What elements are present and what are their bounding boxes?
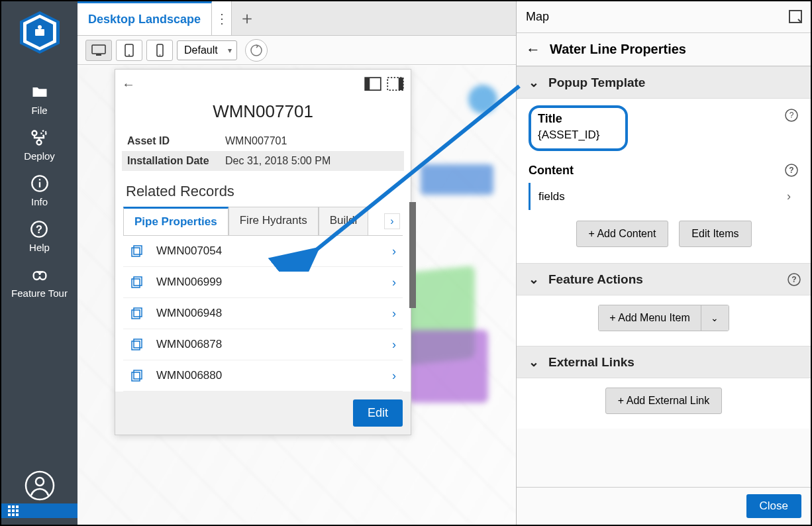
- svg-point-4: [38, 25, 42, 29]
- close-button[interactable]: Close: [746, 494, 801, 518]
- svg-rect-23: [365, 78, 370, 90]
- nav-deploy-label: Deploy: [24, 150, 55, 162]
- popout-icon[interactable]: [788, 9, 803, 24]
- add-menu-item-combo: + Add Menu Item ⌄: [598, 305, 729, 331]
- svg-rect-34: [132, 372, 140, 381]
- properties-panel: Map ← Water Line Properties ⌄ Popup Temp…: [516, 1, 811, 525]
- related-item[interactable]: WMN006878›: [123, 329, 403, 360]
- dock-right-icon[interactable]: [387, 77, 404, 91]
- feature-popup: ← WMN007701 Asset ID WMN007701 Installat…: [115, 69, 411, 435]
- nav-deploy[interactable]: Deploy: [24, 128, 55, 162]
- content-label: Content: [529, 164, 574, 178]
- nav-file[interactable]: File: [30, 82, 50, 116]
- section-popup-template[interactable]: ⌄ Popup Template: [517, 66, 811, 99]
- section-label: External Links: [548, 355, 634, 370]
- related-tabs: Pipe Properties Fire Hydrants Buildi: [123, 207, 403, 235]
- nav-info-label: Info: [31, 196, 48, 207]
- svg-point-20: [159, 54, 160, 56]
- device-preset-select-wrap: Default: [177, 40, 237, 60]
- help-icon[interactable]: ?: [787, 272, 801, 287]
- info-icon: [30, 174, 50, 193]
- nav-help-label: Help: [29, 242, 50, 253]
- popup-scrollbar[interactable]: [409, 202, 416, 308]
- app-sidebar: File Deploy Info ? Help Feature Tour: [1, 1, 77, 525]
- device-preset-select[interactable]: Default: [177, 40, 237, 60]
- records-icon: [130, 337, 144, 352]
- svg-rect-33: [134, 339, 142, 348]
- folder-icon: [30, 82, 50, 102]
- title-field-label: Title: [538, 112, 619, 126]
- related-item[interactable]: WMN006948›: [123, 298, 403, 329]
- content-fields-row[interactable]: fields ›: [529, 183, 799, 210]
- edit-button[interactable]: Edit: [353, 399, 403, 427]
- tabs-scroll-right[interactable]: ›: [384, 213, 400, 229]
- nav-file-label: File: [31, 105, 47, 116]
- records-icon: [130, 368, 144, 383]
- section-external-links[interactable]: ⌄ External Links: [517, 346, 811, 378]
- chevron-right-icon: ›: [787, 189, 791, 203]
- apps-grid-icon: [8, 505, 19, 516]
- user-avatar[interactable]: [25, 470, 55, 503]
- svg-rect-27: [134, 246, 142, 254]
- svg-rect-16: [96, 54, 101, 56]
- records-icon: [130, 275, 144, 289]
- svg-rect-9: [38, 182, 40, 187]
- svg-text:?: ?: [36, 223, 42, 235]
- panel-back-button[interactable]: ←: [526, 41, 540, 58]
- svg-point-14: [36, 478, 44, 486]
- related-item-label: WMN007054: [156, 244, 392, 258]
- add-menu-item-button[interactable]: + Add Menu Item: [599, 305, 700, 331]
- svg-rect-31: [134, 308, 142, 317]
- svg-text:?: ?: [789, 111, 794, 120]
- chevron-down-icon: ⌄: [527, 272, 540, 287]
- related-item-label: WMN006878: [156, 338, 392, 351]
- tab-pipe-properties[interactable]: Pipe Properties: [123, 207, 228, 235]
- svg-point-6: [42, 131, 46, 136]
- binoculars-icon: [30, 265, 50, 285]
- related-item[interactable]: WMN006999›: [123, 267, 403, 298]
- related-item[interactable]: WMN007054›: [123, 236, 403, 267]
- add-menu-item-dropdown[interactable]: ⌄: [701, 305, 729, 331]
- add-tab-button[interactable]: ＋: [232, 1, 262, 35]
- help-icon[interactable]: ?: [784, 163, 799, 178]
- svg-rect-30: [132, 310, 140, 319]
- chevron-down-icon: ⌄: [527, 75, 540, 90]
- tab-menu-button[interactable]: ⋮: [212, 1, 232, 35]
- device-tablet-button[interactable]: [116, 40, 142, 61]
- svg-point-18: [128, 54, 130, 56]
- device-desktop-button[interactable]: [85, 40, 112, 61]
- help-icon[interactable]: ?: [784, 108, 799, 123]
- rotate-button[interactable]: [245, 39, 268, 62]
- svg-rect-3: [35, 29, 44, 36]
- records-icon: [130, 306, 144, 321]
- chevron-right-icon: ›: [392, 244, 396, 258]
- nav-info[interactable]: Info: [30, 174, 50, 207]
- dock-left-icon[interactable]: [364, 77, 381, 91]
- nav-help[interactable]: ? Help: [29, 219, 50, 253]
- map-canvas[interactable]: ← WMN007701 Asset ID WMN007701 Installat…: [77, 65, 516, 525]
- tab-buildings[interactable]: Buildi: [319, 207, 369, 235]
- tab-desktop-landscape[interactable]: Desktop Landscape: [77, 1, 212, 35]
- panel-map-label: Map: [526, 10, 549, 24]
- section-feature-actions[interactable]: ⌄ Feature Actions ?: [517, 263, 811, 295]
- tab-label: Desktop Landscape: [88, 13, 201, 26]
- add-external-link-button[interactable]: + Add External Link: [605, 388, 722, 414]
- related-records-heading: Related Records: [126, 183, 400, 200]
- edit-items-button[interactable]: Edit Items: [679, 221, 751, 247]
- add-content-button[interactable]: + Add Content: [576, 221, 669, 247]
- related-list: WMN007054› WMN006999› WMN006948› WMN0068…: [123, 236, 403, 392]
- app-launcher-bar[interactable]: [1, 503, 77, 518]
- tab-fire-hydrants[interactable]: Fire Hydrants: [228, 207, 319, 235]
- device-phone-button[interactable]: [146, 40, 173, 61]
- panel-subtitle: Water Line Properties: [550, 42, 686, 57]
- svg-text:?: ?: [791, 275, 796, 284]
- svg-point-7: [37, 140, 42, 145]
- related-item-label: WMN006948: [156, 307, 392, 320]
- content-row-label: fields: [538, 190, 565, 203]
- deploy-icon: [29, 128, 49, 148]
- field-value: WMN007701: [225, 135, 287, 147]
- related-item[interactable]: WMN006880›: [123, 360, 403, 392]
- nav-feature-tour[interactable]: Feature Tour: [11, 265, 68, 299]
- popup-back-button[interactable]: ←: [122, 77, 135, 92]
- chevron-down-icon: ⌄: [527, 354, 540, 370]
